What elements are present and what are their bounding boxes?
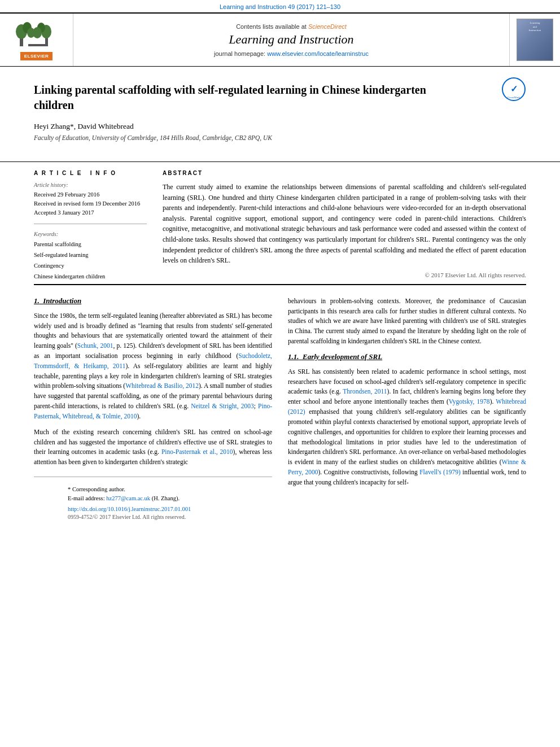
keyword-1: Parental scaffolding xyxy=(34,239,147,250)
intro-heading: 1. Introduction xyxy=(34,296,272,305)
keyword-3: Contingency xyxy=(34,261,147,272)
elsevier-logo-area: ELSEVIER xyxy=(0,14,73,66)
intro-paragraph-1: Since the 1980s, the term self-regulated… xyxy=(34,311,272,422)
authors: Heyi Zhang*, David Whitebread xyxy=(34,122,526,131)
revised-date: Received in revised form 19 December 201… xyxy=(34,199,147,208)
article-history-block: Article history: Received 29 February 20… xyxy=(34,182,147,224)
received-date: Received 29 February 2016 xyxy=(34,190,147,199)
copyright-line: © 2017 Elsevier Ltd. All rights reserved… xyxy=(163,272,526,284)
intro-paragraph-2: Much of the existing research concerning… xyxy=(34,427,272,468)
svg-text:CrossMark: CrossMark xyxy=(508,96,520,99)
ref-winne[interactable]: Winne & Perry, 2000 xyxy=(288,458,526,475)
svg-point-7 xyxy=(33,27,42,38)
section-title-text: Introduction xyxy=(43,296,81,305)
article-info-col: A R T I C L E I N F O Article history: R… xyxy=(34,170,147,284)
email-footnote: E-mail address: hz277@cam.ac.uk (H. Zhan… xyxy=(68,494,238,503)
email-suffix: (H. Zhang). xyxy=(152,495,180,501)
abstract-col: ABSTRACT The current study aimed to exam… xyxy=(163,170,526,284)
sciencedirect-link[interactable]: ScienceDirect xyxy=(308,23,347,30)
ref-flavell[interactable]: Flavell's (1979) xyxy=(419,469,461,475)
ref-pino2[interactable]: Pino-Pasternak et al., 2010 xyxy=(161,448,233,455)
journal-title: Learning and Instruction xyxy=(229,32,353,47)
homepage-label: journal homepage: xyxy=(214,50,265,57)
body-left-col: 1. Introduction Since the 1980s, the ter… xyxy=(34,296,272,521)
author-names: Heyi Zhang*, David Whitebread xyxy=(34,122,134,130)
sciencedirect-label: Contents lists available at xyxy=(236,23,307,30)
keywords-block: Keywords: Parental scaffolding Self-regu… xyxy=(34,231,147,282)
accepted-date: Accepted 3 January 2017 xyxy=(34,208,147,217)
body-section: 1. Introduction Since the 1980s, the ter… xyxy=(0,285,560,521)
email-link[interactable]: hz277@cam.ac.uk xyxy=(106,495,150,501)
corresponding-note: * Corresponding author. xyxy=(68,486,125,492)
journal-ref-text: Learning and Instruction 49 (2017) 121–1… xyxy=(220,3,340,10)
article-info-heading: A R T I C L E I N F O xyxy=(34,170,147,176)
thumb-text: LearningandInstruction xyxy=(529,21,541,33)
email-label: E-mail address: xyxy=(68,495,105,501)
homepage-line: journal homepage: www.elsevier.com/locat… xyxy=(214,50,369,57)
keyword-2: Self-regulated learning xyxy=(34,250,147,261)
keywords-label: Keywords: xyxy=(34,231,147,237)
article-meta-section: A R T I C L E I N F O Article history: R… xyxy=(0,161,560,284)
ref-schunk[interactable]: Schunk, 2001 xyxy=(77,342,113,349)
homepage-url[interactable]: www.elsevier.com/locate/learninstruc xyxy=(267,50,369,57)
ref-whitebread2012[interactable]: Whitebread (2012) xyxy=(288,398,526,415)
crossmark-icon: ✓ CrossMark xyxy=(501,77,526,102)
right-paragraph-1: behaviours in problem-solving contexts. … xyxy=(288,296,526,347)
journal-thumbnail: LearningandInstruction xyxy=(517,19,553,61)
keyword-4: Chinese kindergarten children xyxy=(34,272,147,282)
ref-vygotsky[interactable]: Vygotsky, 1978 xyxy=(449,398,490,405)
star-note: * Corresponding author. xyxy=(68,485,238,494)
doi-line[interactable]: http://dx.doi.org/10.1016/j.learninstruc… xyxy=(68,506,238,512)
subsection-title-text: Early development of SRL xyxy=(303,352,382,361)
svg-rect-8 xyxy=(28,44,45,46)
ref-suchodoletz[interactable]: Suchodoletz, Trommsdorff, & Heikamp, 201… xyxy=(34,352,272,369)
svg-text:✓: ✓ xyxy=(510,84,518,94)
body-right-col: behaviours in problem-solving contexts. … xyxy=(288,296,526,521)
issn-line: 0959-4752/© 2017 Elsevier Ltd. All right… xyxy=(68,514,238,520)
article-header: Linking parental scaffolding with self-r… xyxy=(0,67,560,159)
journal-thumbnail-area: LearningandInstruction xyxy=(509,14,560,66)
elsevier-brand-label: ELSEVIER xyxy=(20,52,53,60)
history-label: Article history: xyxy=(34,182,147,188)
affiliation: Faculty of Education, University of Camb… xyxy=(34,134,526,141)
right-paragraph-2: As SRL has consistently been related to … xyxy=(288,367,526,488)
abstract-heading: ABSTRACT xyxy=(163,170,526,176)
abstract-text: The current study aimed to examine the r… xyxy=(163,182,526,266)
journal-header-center: Contents lists available at ScienceDirec… xyxy=(73,14,509,66)
sciencedirect-line: Contents lists available at ScienceDirec… xyxy=(236,23,347,30)
article-title: Linking parental scaffolding with self-r… xyxy=(34,82,440,113)
journal-reference: Learning and Instruction 49 (2017) 121–1… xyxy=(0,0,560,12)
crossmark-logo[interactable]: ✓ CrossMark xyxy=(501,77,526,104)
footnotes-section: * Corresponding author. E-mail address: … xyxy=(34,477,272,521)
ref-whitebread-basilio[interactable]: Whitebread & Basilio, 2012 xyxy=(125,382,199,389)
section-number: 1. xyxy=(34,296,40,305)
elsevier-tree-logo xyxy=(14,19,59,49)
ref-throndsen[interactable]: Throndsen, 2011 xyxy=(343,388,387,395)
journal-header: ELSEVIER Contents lists available at Sci… xyxy=(0,12,560,67)
subsection-heading: 1.1. Early development of SRL xyxy=(288,352,526,361)
subsection-number: 1.1. xyxy=(288,352,299,361)
ref-neitzel[interactable]: Neitzel & Stright, 2003 xyxy=(191,403,254,409)
